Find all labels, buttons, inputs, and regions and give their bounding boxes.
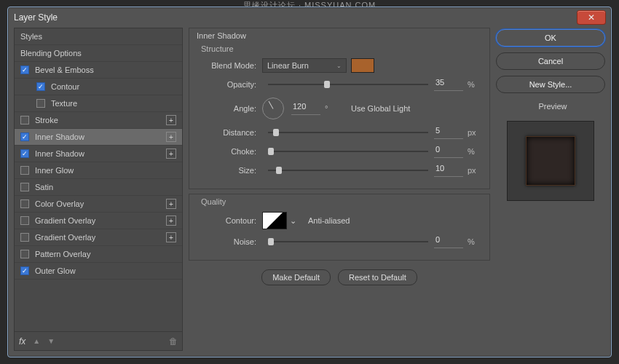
angle-label: Angle: [197,104,262,113]
style-item-stroke[interactable]: Stroke+ [15,112,182,129]
new-style-button[interactable]: New Style... [496,76,605,93]
style-checkbox[interactable] [20,250,29,258]
add-effect-icon[interactable]: + [166,132,176,142]
style-item-inner-shadow[interactable]: Inner Shadow+ [15,146,182,162]
style-item-pattern-overlay[interactable]: Pattern Overlay [15,246,182,263]
distance-label: Distance: [197,128,262,137]
cancel-button[interactable]: Cancel [496,52,605,70]
distance-slider[interactable] [268,127,428,138]
structure-fieldset: Inner Shadow Structure Blend Mode: Linea… [189,28,490,189]
style-checkbox[interactable] [20,116,29,124]
sidebar-header-blending[interactable]: Blending Options [15,45,182,62]
size-value[interactable]: 10 [434,164,463,177]
blend-mode-row: Blend Mode: Linear Burn ⌄ [197,58,482,74]
style-item-gradient-overlay[interactable]: Gradient Overlay+ [15,229,182,246]
style-checkbox[interactable] [20,166,29,175]
contour-picker[interactable] [262,212,287,229]
make-default-button[interactable]: Make Default [261,269,331,285]
angle-value[interactable]: 120 [291,102,320,115]
style-item-outer-glow[interactable]: Outer Glow [15,263,182,280]
sidebar-header-styles[interactable]: Styles [15,28,182,45]
preview-thumbnail [507,121,594,201]
choke-unit: % [468,147,482,156]
opacity-slider[interactable] [268,79,428,90]
ok-button[interactable]: OK [496,29,605,47]
sidebar-label: Styles [20,32,176,41]
preview-label: Preview [538,102,567,111]
distance-value[interactable]: 5 [434,126,463,139]
distance-unit: px [468,128,482,137]
add-effect-icon[interactable]: + [166,215,176,226]
style-checkbox[interactable] [36,82,45,91]
size-row: Size: 10 px [197,162,482,178]
style-item-gradient-overlay[interactable]: Gradient Overlay+ [15,213,182,229]
quality-label: Quality [201,197,482,206]
style-label: Color Overlay [35,199,166,208]
style-label: Pattern Overlay [35,250,176,258]
noise-unit: % [468,237,482,246]
antialias-label: Anti-aliased [308,216,350,225]
style-label: Bevel & Emboss [35,66,176,74]
add-effect-icon[interactable]: + [166,232,176,242]
close-button[interactable]: ✕ [577,11,605,24]
style-label: Inner Shadow [35,149,166,158]
shadow-color-swatch[interactable] [351,58,374,73]
structure-label: Structure [201,44,482,53]
opacity-row: Opacity: 35 % [197,76,482,92]
style-label: Inner Shadow [35,132,166,141]
style-checkbox[interactable] [20,216,29,225]
style-checkbox[interactable] [20,132,29,141]
contour-label: Contour: [197,216,262,225]
style-checkbox[interactable] [20,199,29,208]
style-item-satin[interactable]: Satin [15,179,182,196]
trash-icon[interactable]: 🗑 [169,336,178,347]
add-effect-icon[interactable]: + [166,115,176,125]
style-item-texture[interactable]: Texture [15,95,182,112]
blend-mode-value: Linear Burn [267,61,309,70]
styles-sidebar: Styles Blending Options Bevel & EmbossCo… [14,28,183,351]
choke-row: Choke: 0 % [197,143,482,159]
style-checkbox[interactable] [20,233,29,242]
style-checkbox[interactable] [20,66,29,74]
blend-mode-label: Blend Mode: [197,61,262,70]
contour-row: Contour: ⌄ Anti-aliased [197,210,482,231]
arrow-up-icon[interactable]: ▲ [33,337,40,345]
noise-slider[interactable] [268,237,428,247]
reset-default-button[interactable]: Reset to Default [338,269,417,285]
size-slider[interactable] [268,165,428,175]
add-effect-icon[interactable]: + [166,149,176,159]
blend-mode-select[interactable]: Linear Burn ⌄ [262,58,347,73]
style-checkbox[interactable] [20,149,29,158]
style-checkbox[interactable] [36,99,45,108]
quality-fieldset: Quality Contour: ⌄ Anti-aliased Noise: 0… [189,194,490,261]
add-effect-icon[interactable]: + [166,199,176,209]
arrow-down-icon[interactable]: ▼ [47,337,55,345]
style-item-color-overlay[interactable]: Color Overlay+ [15,196,182,213]
noise-row: Noise: 0 % [197,234,482,250]
style-item-inner-shadow[interactable]: Inner Shadow+ [15,129,182,146]
style-label: Satin [35,183,176,191]
size-label: Size: [197,166,262,175]
style-checkbox[interactable] [20,183,29,191]
style-label: Contour [51,82,176,91]
noise-value[interactable]: 0 [434,235,463,248]
size-unit: px [468,166,482,175]
right-buttons: OK Cancel New Style... Preview [496,28,605,351]
preview-inner [526,136,575,186]
style-item-bevel-emboss[interactable]: Bevel & Emboss [15,62,182,79]
distance-row: Distance: 5 px [197,124,482,141]
chevron-down-icon: ⌄ [336,63,342,69]
style-item-inner-glow[interactable]: Inner Glow [15,162,182,179]
fx-icon[interactable]: fx [19,336,25,347]
choke-slider[interactable] [268,146,428,157]
use-global-light-label: Use Global Light [351,104,410,113]
style-item-contour[interactable]: Contour [15,79,182,95]
angle-dial[interactable] [262,98,284,119]
chevron-down-icon[interactable]: ⌄ [290,216,296,226]
style-checkbox[interactable] [20,266,29,275]
opacity-value[interactable]: 35 [434,78,463,91]
sidebar-label: Blending Options [20,49,176,58]
choke-value[interactable]: 0 [434,145,463,158]
sidebar-footer: fx ▲ ▼ 🗑 [15,331,182,350]
angle-unit: ° [325,104,339,113]
